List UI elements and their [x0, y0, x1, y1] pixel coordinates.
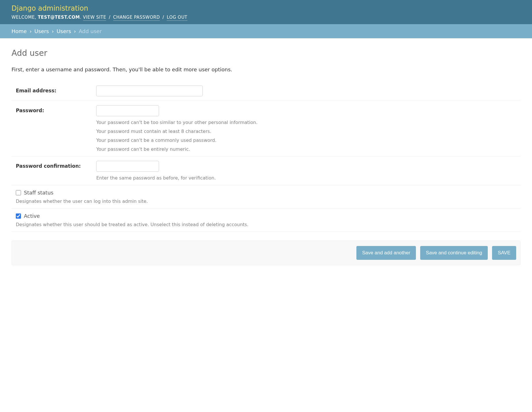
- breadcrumb-separator: ›: [73, 28, 77, 34]
- save-continue-button[interactable]: [420, 246, 488, 260]
- content: Add user First, enter a username and pas…: [0, 38, 532, 271]
- header: Django administration Welcome, TEST@TEST…: [0, 0, 532, 24]
- password-label: Password:: [16, 105, 96, 113]
- password-help-list: Your password can't be too similar to yo…: [96, 120, 516, 152]
- form-row-active: Active Designates whether this user shou…: [11, 209, 521, 232]
- password-help-item: Your password can't be too similar to yo…: [96, 120, 516, 125]
- breadcrumb-separator: ›: [28, 28, 33, 34]
- breadcrumb-users-model[interactable]: Users: [57, 28, 71, 34]
- form-row-password: Password: Your password can't be too sim…: [11, 101, 521, 157]
- breadcrumb-current: Add user: [79, 28, 102, 34]
- site-title: Django administration: [11, 4, 521, 12]
- intro-text: First, enter a username and password. Th…: [11, 66, 521, 73]
- password-help-item: Your password can't be a commonly used p…: [96, 138, 516, 143]
- save-add-another-button[interactable]: [356, 246, 416, 260]
- staff-status-help: Designates whether the user can log into…: [16, 199, 516, 204]
- save-button[interactable]: [492, 246, 516, 260]
- checkbox-line: Staff status: [16, 190, 516, 196]
- checkbox-line: Active: [16, 213, 516, 219]
- staff-status-checkbox[interactable]: [16, 190, 21, 195]
- submit-row: [11, 241, 521, 265]
- staff-status-label[interactable]: Staff status: [24, 190, 53, 196]
- user-identifier: TEST@TEST.COM: [38, 15, 80, 20]
- field-column: [96, 85, 516, 96]
- form-row-staff-status: Staff status Designates whether the user…: [11, 185, 521, 209]
- password-field[interactable]: [96, 105, 159, 116]
- change-password-link[interactable]: Change password: [113, 15, 160, 21]
- log-out-link[interactable]: Log out: [167, 15, 187, 21]
- password-help-item: Your password must contain at least 8 ch…: [96, 129, 516, 134]
- password-help-item: Your password can't be entirely numeric.: [96, 146, 516, 152]
- breadcrumb-users-app[interactable]: Users: [34, 28, 49, 34]
- page-title: Add user: [11, 48, 521, 58]
- active-checkbox[interactable]: [16, 213, 21, 219]
- view-site-link[interactable]: View site: [83, 15, 106, 21]
- field-column: Enter the same password as before, for v…: [96, 161, 516, 181]
- password-confirmation-field[interactable]: [96, 161, 159, 172]
- branding: Django administration: [11, 4, 521, 12]
- separator: /: [108, 15, 112, 20]
- email-field[interactable]: [96, 85, 203, 96]
- active-label[interactable]: Active: [24, 213, 40, 219]
- password-confirmation-help: Enter the same password as before, for v…: [96, 175, 516, 181]
- form-row-email: Email address:: [11, 81, 521, 101]
- add-user-form: Email address: Password: Your password c…: [11, 81, 521, 265]
- active-help: Designates whether this user should be t…: [16, 222, 516, 227]
- separator: /: [161, 15, 165, 20]
- field-column: Your password can't be too similar to yo…: [96, 105, 516, 152]
- welcome-text: Welcome,: [11, 15, 38, 20]
- breadcrumb: Home › Users › Users › Add user: [0, 24, 532, 38]
- email-label: Email address:: [16, 85, 96, 94]
- breadcrumb-home[interactable]: Home: [11, 28, 27, 34]
- password-confirmation-label: Password confirmation:: [16, 161, 96, 169]
- user-tools: Welcome, TEST@TEST.COM. View site / Chan…: [11, 15, 521, 20]
- breadcrumb-separator: ›: [51, 28, 55, 34]
- form-row-password-confirmation: Password confirmation: Enter the same pa…: [11, 157, 521, 185]
